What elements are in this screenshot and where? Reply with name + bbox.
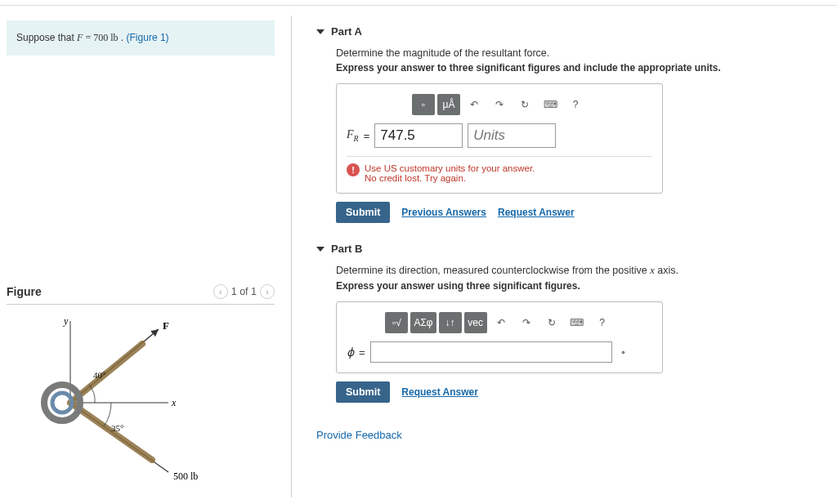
part-a-variable: FR bbox=[347, 128, 359, 143]
prompt-eq: = 700 bbox=[83, 32, 110, 43]
reset-icon[interactable]: ↻ bbox=[513, 94, 536, 115]
part-a-toolbar: ▫ μÅ ↶ ↷ ↻ ⌨ ? bbox=[347, 94, 652, 115]
undo-icon[interactable]: ↶ bbox=[463, 94, 486, 115]
prompt-prefix: Suppose that bbox=[16, 32, 77, 43]
prompt-suffix: . bbox=[119, 32, 127, 43]
part-a-submit-button[interactable]: Submit bbox=[336, 202, 390, 223]
problem-prompt: Suppose that F = 700 lb . (Figure 1) bbox=[7, 20, 275, 56]
part-a-header[interactable]: Part A bbox=[316, 20, 826, 42]
previous-answers-link[interactable]: Previous Answers bbox=[401, 207, 486, 218]
part-b-variable: ϕ bbox=[347, 346, 354, 359]
redo-icon[interactable]: ↷ bbox=[488, 94, 511, 115]
part-b-title: Part B bbox=[331, 243, 362, 255]
units-icon[interactable]: μÅ bbox=[437, 94, 460, 115]
prompt-unit: lb bbox=[110, 32, 118, 43]
part-a-feedback: ! Use US customary units for your answer… bbox=[347, 156, 652, 183]
part-b-answer-box: ▫√ ΑΣφ ↓↑ vec ↶ ↷ ↻ ⌨ ? ϕ = ∘ bbox=[336, 301, 663, 373]
part-b-toolbar: ▫√ ΑΣφ ↓↑ vec ↶ ↷ ↻ ⌨ ? bbox=[347, 312, 652, 333]
part-b-value-input[interactable] bbox=[370, 341, 612, 363]
part-b-header[interactable]: Part B bbox=[316, 238, 826, 260]
part-a-instructions: Express your answer to three significant… bbox=[336, 62, 826, 74]
provide-feedback-link[interactable]: Provide Feedback bbox=[316, 429, 826, 441]
part-a-value-input[interactable] bbox=[374, 123, 463, 148]
keyboard-icon[interactable]: ⌨ bbox=[566, 312, 589, 333]
part-a-question: Determine the magnitude of the resultant… bbox=[336, 47, 826, 59]
load-label: 500 lb bbox=[173, 471, 198, 482]
part-b-question: Determine its direction, measured counte… bbox=[336, 265, 826, 277]
part-b-submit-button[interactable]: Submit bbox=[336, 381, 390, 403]
figure-pager: ‹ 1 of 1 › bbox=[213, 284, 275, 299]
help-icon[interactable]: ? bbox=[564, 94, 587, 115]
templates-icon[interactable]: ▫√ bbox=[385, 312, 408, 333]
caret-down-icon bbox=[316, 29, 325, 34]
feedback-line2: No credit lost. Try again. bbox=[365, 173, 535, 183]
feedback-line1: Use US customary units for your answer. bbox=[365, 163, 535, 173]
axis-y-label: y bbox=[63, 315, 69, 327]
part-b-instructions: Express your answer using three signific… bbox=[336, 280, 826, 292]
reset-icon[interactable]: ↻ bbox=[540, 312, 563, 333]
request-answer-link-b[interactable]: Request Answer bbox=[401, 386, 478, 398]
next-figure-button[interactable]: › bbox=[260, 284, 275, 299]
figure-diagram: y x F 500 lb 40° bbox=[7, 304, 275, 492]
vertical-divider bbox=[291, 16, 292, 497]
caret-down-icon bbox=[316, 247, 325, 252]
request-answer-link-a[interactable]: Request Answer bbox=[498, 207, 575, 218]
part-a-units-input[interactable] bbox=[468, 123, 556, 148]
part-a-answer-box: ▫ μÅ ↶ ↷ ↻ ⌨ ? FR = ! Use US bbox=[336, 83, 663, 194]
part-a-title: Part A bbox=[331, 25, 362, 38]
redo-icon[interactable]: ↷ bbox=[515, 312, 538, 333]
help-icon[interactable]: ? bbox=[591, 312, 614, 333]
figure-title: Figure bbox=[7, 285, 42, 298]
warning-icon: ! bbox=[347, 163, 360, 176]
keyboard-icon[interactable]: ⌨ bbox=[539, 94, 562, 115]
subscript-icon[interactable]: ↓↑ bbox=[439, 312, 462, 333]
angle-40-label: 40° bbox=[93, 370, 105, 380]
pager-label: 1 of 1 bbox=[231, 286, 257, 297]
vector-icon[interactable]: vec bbox=[464, 312, 487, 333]
templates-icon[interactable]: ▫ bbox=[412, 94, 435, 115]
symbols-icon[interactable]: ΑΣφ bbox=[410, 312, 436, 333]
undo-icon[interactable]: ↶ bbox=[490, 312, 512, 333]
equals-sign: = bbox=[359, 346, 365, 359]
prev-figure-button[interactable]: ‹ bbox=[213, 284, 228, 299]
axis-x-label: x bbox=[171, 397, 177, 408]
angle-35-label: 35° bbox=[111, 423, 123, 433]
figure-link[interactable]: (Figure 1) bbox=[127, 32, 169, 43]
force-F-label: F bbox=[163, 319, 169, 332]
degree-unit: ∘ bbox=[620, 347, 626, 358]
equals-sign: = bbox=[364, 130, 370, 142]
